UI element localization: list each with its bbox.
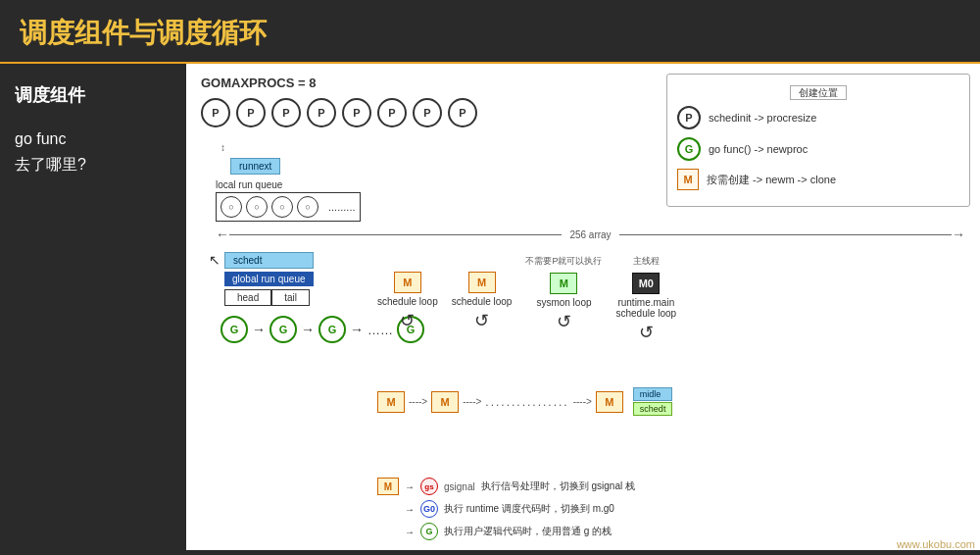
head-tail-row: head tail	[224, 289, 314, 306]
cursor-icon: ↖	[209, 252, 220, 268]
creation-p-text: schedinit -> procresize	[709, 112, 816, 124]
gsignal-desc: 执行信号处理时，切换到 gsignal 栈	[481, 479, 635, 493]
tail-box: tail	[271, 289, 310, 306]
midle-schedt-labels: midle schedt	[633, 387, 673, 416]
creation-title: 创建位置	[790, 85, 847, 100]
sched-item-4: 主线程 M0 runtime.mainschedule loop ↺	[615, 255, 676, 343]
chain-arrow-3: ---->	[573, 396, 592, 407]
watermark: www.ukobu.com	[897, 538, 975, 550]
g-arrow-2: →	[301, 322, 315, 337]
p-circle-3: P	[271, 98, 301, 127]
midle-box: midle	[633, 387, 673, 401]
right-info-panel: 创建位置 P schedinit -> procresize G go func…	[666, 74, 970, 207]
m-chain-row: M ----> M ----> ................ ----> M…	[377, 387, 970, 416]
sched-label-1: schedule loop	[377, 296, 438, 307]
creation-m-square: M	[677, 169, 699, 190]
content-panel: GOMAXPROCS = 8 P P P P P P P P ↕ runnext…	[186, 64, 980, 550]
sidebar-section-title: 调度组件	[15, 83, 172, 107]
queue-box-4: ○	[297, 196, 318, 218]
schedt-box: schedt	[224, 252, 314, 269]
array-label: 256 array	[569, 229, 611, 240]
p-circle-7: P	[413, 98, 442, 127]
schedule-items-area: M schedule loop ↺ M schedule loop ↺ 不需要P…	[377, 255, 676, 343]
g-desc: 执行用户逻辑代码时，使用普通 g 的栈	[444, 525, 612, 538]
p-circle-1: P	[201, 98, 230, 127]
runnext-box: runnext	[230, 158, 280, 175]
g-circle-signal: G	[420, 523, 438, 540]
sched-label-2: schedule loop	[452, 296, 513, 307]
m-chain-square-1: M	[377, 391, 405, 413]
queue-outer-box: ○ ○ ○ ○ .........	[216, 192, 361, 222]
g0-circle: G0	[420, 500, 438, 518]
schedt-box2: schedt	[633, 402, 673, 416]
left-sidebar: 调度组件 go func 去了哪里?	[0, 64, 186, 550]
creation-g-circle: G	[677, 137, 701, 161]
sched-label-4: runtime.mainschedule loop	[615, 297, 676, 319]
g-circle-2: G	[270, 316, 297, 343]
queue-dots: .........	[328, 201, 356, 213]
chain-arrow-2: ---->	[463, 396, 481, 407]
gsignal-circle: gs	[420, 478, 438, 495]
array-label-row: ← 256 array →	[216, 227, 965, 242]
creation-row-m: M 按需创建 -> newm -> clone	[677, 169, 959, 190]
signal-row-g: → G 执行用户逻辑代码时，使用普通 g 的栈	[377, 523, 970, 540]
g0-desc: 执行 runtime 调度代码时，切换到 m.g0	[444, 502, 614, 516]
sched-label-3: sysmon loop	[536, 297, 591, 308]
g-circle-3: G	[318, 316, 346, 343]
main-area: 调度组件 go func 去了哪里? GOMAXPROCS = 8 P P P …	[0, 64, 980, 550]
p-circle-5: P	[342, 98, 371, 127]
signal-row-g0: → G0 执行 runtime 调度代码时，切换到 m.g0	[377, 500, 970, 518]
signal-row-gsignal: M → gs gsignal 执行信号处理时，切换到 gsignal 栈	[377, 478, 970, 495]
chain-arrow-1: ---->	[409, 396, 427, 407]
p-circle-2: P	[236, 98, 266, 127]
p-circle-8: P	[448, 98, 477, 127]
head-box: head	[224, 289, 271, 306]
sidebar-func-line1: go func 去了哪里?	[15, 126, 172, 177]
g-arrow-3: →	[350, 322, 364, 337]
refresh-icon-2: ↺	[474, 310, 489, 331]
gsignal-label: gsignal	[444, 481, 475, 492]
g-circle-1: G	[220, 316, 248, 343]
m-square-1: M	[394, 272, 421, 293]
creation-g-text: go func() -> newproc	[709, 143, 808, 155]
m-square-2: M	[468, 272, 496, 293]
chain-dots: ................	[485, 395, 568, 409]
array-arrow-line2	[619, 234, 952, 235]
sched-item-1: M schedule loop ↺	[377, 255, 438, 331]
refresh-icon-1: ↺	[400, 310, 415, 331]
sched-item-2: M schedule loop ↺	[452, 255, 513, 331]
creation-m-text: 按需创建 -> newm -> clone	[707, 173, 836, 187]
title-bar: 调度组件与调度循环	[0, 0, 980, 64]
signal-section: M → gs gsignal 执行信号处理时，切换到 gsignal 栈 → G…	[377, 478, 970, 540]
m-chain-square-2: M	[431, 391, 459, 413]
page-title: 调度组件与调度循环	[20, 15, 960, 52]
creation-row-g: G go func() -> newproc	[677, 137, 959, 161]
creation-p-circle: P	[677, 106, 701, 129]
g-arrow-1: →	[252, 322, 266, 337]
p-circle-4: P	[307, 98, 336, 127]
m-square-4: M0	[632, 273, 660, 294]
refresh-icon-3: ↺	[557, 311, 571, 332]
array-arrow-line	[229, 234, 562, 235]
no-need-p-label: 不需要P就可以执行	[525, 255, 602, 268]
global-run-queue-box: global run queue	[224, 272, 314, 286]
m-square-3: M	[550, 273, 577, 294]
queue-box-3: ○	[271, 196, 293, 218]
creation-row-p: P schedinit -> procresize	[677, 106, 959, 129]
m-chain-square-3: M	[596, 391, 623, 413]
queue-box-2: ○	[246, 196, 268, 218]
p-circle-6: P	[377, 98, 407, 127]
main-thread-label: 主线程	[633, 255, 660, 268]
refresh-icon-4: ↺	[639, 322, 654, 343]
queue-box-1: ○	[220, 196, 242, 218]
signal-m-box-1: M	[377, 478, 399, 495]
sched-item-3: 不需要P就可以执行 M sysmon loop ↺	[525, 255, 602, 332]
